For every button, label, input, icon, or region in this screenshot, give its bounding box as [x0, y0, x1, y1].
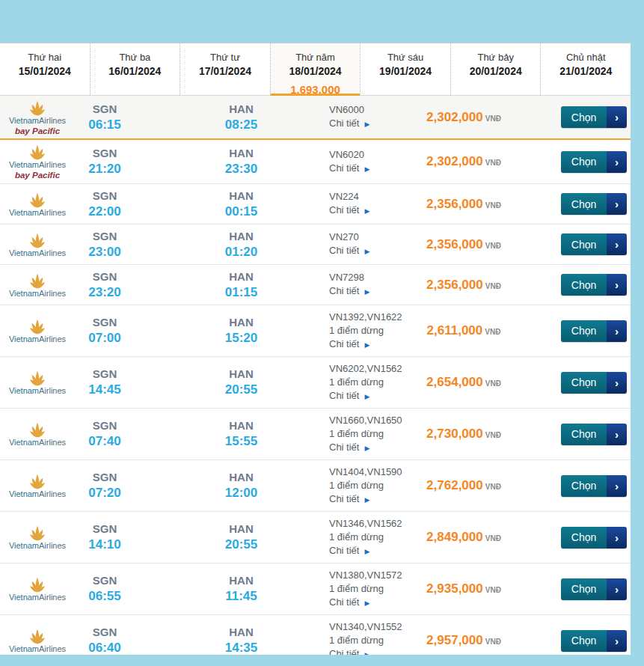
- date-tab-18[interactable]: Thứ năm 18/01/2024 1,693,000: [270, 43, 361, 95]
- departure-time: 14:45: [75, 382, 135, 398]
- airline-logo: VietnamAirlines bay Pacific: [0, 144, 75, 180]
- price-value: 2,957,000: [426, 633, 483, 647]
- departure-airport: SGN: [75, 367, 135, 382]
- detail-arrow-icon: ▶: [364, 120, 369, 128]
- button-cell: Chọn ›: [561, 527, 627, 549]
- details-link[interactable]: Chi tiết▶: [329, 244, 408, 258]
- stops-label: 1 điểm dừng: [329, 376, 408, 389]
- flight-row: VietnamAirlines SGN 07:00 HAN 15:20 VN13…: [0, 305, 631, 357]
- flight-codes: VN224: [329, 190, 408, 204]
- details-link[interactable]: Chi tiết▶: [329, 204, 408, 218]
- departure-airport: SGN: [75, 102, 135, 117]
- choose-button[interactable]: Chọn ›: [561, 372, 627, 394]
- price-value: 2,356,000: [426, 278, 483, 292]
- currency-label: VNĐ: [485, 379, 501, 388]
- tab-day-label: Thứ sáu: [387, 50, 423, 64]
- lotus-logo-icon: [23, 576, 52, 593]
- currency-label: VNĐ: [485, 328, 500, 336]
- currency-label: VNĐ: [485, 201, 501, 210]
- airline-logo: VietnamAirlines: [0, 576, 75, 602]
- departure-airport: SGN: [75, 189, 135, 204]
- choose-button[interactable]: Chọn ›: [561, 424, 627, 445]
- flight-codes: VN1404,VN1590: [329, 465, 408, 479]
- choose-button[interactable]: Chọn ›: [561, 193, 627, 215]
- departure-airport: SGN: [75, 315, 135, 330]
- button-cell: Chọn ›: [561, 106, 627, 128]
- details-link[interactable]: Chi tiết▶: [329, 596, 408, 610]
- date-tab-17[interactable]: Thứ tư 17/01/2024: [180, 43, 270, 95]
- details-link[interactable]: Chi tiết▶: [329, 647, 408, 656]
- airline-logo: VietnamAirlines: [0, 192, 75, 217]
- lotus-logo-icon: [23, 628, 52, 644]
- departure-cell: SGN 23:20: [75, 269, 135, 301]
- choose-button[interactable]: Chọn ›: [561, 106, 627, 128]
- price-value: 2,654,000: [426, 375, 483, 389]
- date-tab-16[interactable]: Thứ ba 16/01/2024: [90, 43, 180, 95]
- detail-arrow-icon: ▶: [364, 248, 369, 255]
- flight-row: VietnamAirlines SGN 06:40 HAN 14:35 VN13…: [0, 615, 631, 655]
- details-link[interactable]: Chi tiết▶: [329, 337, 408, 352]
- departure-cell: SGN 22:00: [75, 189, 135, 220]
- details-link[interactable]: Chi tiết▶: [329, 117, 408, 131]
- price-value: 2,849,000: [426, 530, 483, 544]
- flight-codes: VN1380,VN1572: [329, 569, 408, 582]
- departure-airport: SGN: [75, 146, 135, 161]
- details-link[interactable]: Chi tiết▶: [329, 284, 408, 299]
- detail-arrow-icon: ▶: [364, 599, 369, 607]
- choose-button[interactable]: Chọn ›: [561, 233, 627, 255]
- airline-logo: VietnamAirlines: [0, 272, 75, 298]
- details-link[interactable]: Chi tiết▶: [329, 492, 408, 507]
- departure-airport: SGN: [75, 470, 135, 485]
- currency-label: VNĐ: [485, 282, 501, 290]
- departure-cell: SGN 07:00: [75, 315, 135, 346]
- choose-button[interactable]: Chọn ›: [561, 527, 627, 549]
- details-link[interactable]: Chi tiết▶: [329, 544, 408, 558]
- arrival-airport: HAN: [180, 315, 303, 330]
- details-link[interactable]: Chi tiết▶: [329, 389, 408, 403]
- departure-time: 21:20: [75, 161, 135, 177]
- button-cell: Chọn ›: [561, 193, 627, 215]
- tab-date-label: 15/01/2024: [19, 64, 71, 79]
- arrival-cell: HAN 14:35: [180, 625, 303, 655]
- currency-label: VNĐ: [485, 159, 501, 167]
- choose-button[interactable]: Chọn ›: [561, 475, 627, 497]
- date-tab-21[interactable]: Chủ nhật 21/01/2024: [540, 43, 631, 95]
- tab-day-label: Thứ ba: [119, 50, 150, 64]
- date-tab-20[interactable]: Thứ bảy 20/01/2024: [450, 43, 541, 95]
- lotus-logo-icon: [23, 192, 52, 208]
- price-value: 2,762,000: [426, 478, 483, 492]
- chevron-right-icon: ›: [607, 630, 627, 652]
- date-tab-15[interactable]: Thứ hai 15/01/2024: [0, 43, 90, 95]
- departure-airport: SGN: [75, 522, 135, 537]
- choose-button[interactable]: Chọn ›: [561, 578, 627, 600]
- lotus-logo-icon: [23, 272, 52, 289]
- button-cell: Chọn ›: [561, 475, 627, 497]
- choose-button[interactable]: Chọn ›: [561, 151, 627, 173]
- airline-name: VietnamAirlines: [9, 248, 66, 257]
- choose-button[interactable]: Chọn ›: [561, 320, 627, 342]
- tab-day-label: Thứ bảy: [477, 50, 513, 64]
- airline-name: VietnamAirlines: [9, 208, 66, 217]
- flight-row: VietnamAirlines SGN 14:45 HAN 20:55 VN62…: [0, 357, 631, 409]
- price-value: 2,730,000: [426, 427, 483, 441]
- flight-details-cell: VN1380,VN1572 1 điểm dừng Chi tiết▶: [329, 569, 408, 610]
- arrival-cell: HAN 01:20: [180, 229, 303, 260]
- button-cell: Chọn ›: [561, 578, 627, 600]
- arrival-cell: HAN 15:55: [180, 418, 303, 450]
- flight-details-cell: VN224 Chi tiết▶: [329, 190, 408, 218]
- arrival-cell: HAN 12:00: [180, 470, 303, 501]
- departure-time: 23:00: [75, 244, 135, 260]
- airline-name: VietnamAirlines: [9, 160, 66, 169]
- departure-cell: SGN 06:55: [75, 573, 135, 605]
- arrival-time: 23:30: [180, 161, 303, 177]
- currency-label: VNĐ: [485, 431, 501, 439]
- choose-button[interactable]: Chọn ›: [561, 274, 627, 296]
- details-link[interactable]: Chi tiết▶: [329, 162, 408, 176]
- choose-button[interactable]: Chọn ›: [561, 630, 627, 652]
- details-link[interactable]: Chi tiết▶: [329, 441, 408, 455]
- flight-codes: VN6000: [329, 103, 408, 117]
- flight-details-cell: VN270 Chi tiết▶: [329, 230, 408, 258]
- lotus-logo-icon: [23, 525, 52, 541]
- arrival-time: 00:15: [180, 204, 303, 220]
- date-tab-19[interactable]: Thứ sáu 19/01/2024: [360, 43, 450, 95]
